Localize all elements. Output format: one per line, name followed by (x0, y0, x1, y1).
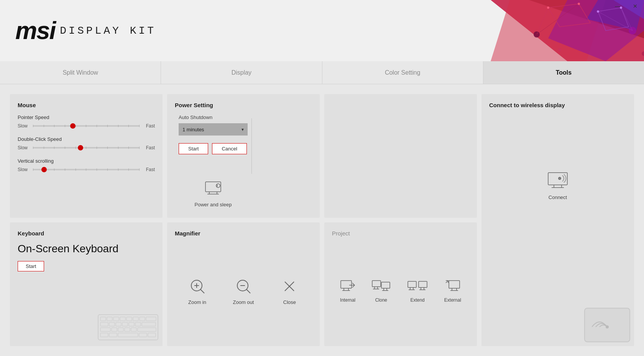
power-start-button[interactable]: Start (179, 143, 208, 154)
svg-rect-33 (107, 317, 112, 321)
svg-rect-36 (127, 317, 132, 321)
zoom-out-icon (234, 277, 253, 296)
svg-rect-45 (135, 322, 141, 326)
svg-rect-81 (419, 281, 427, 287)
svg-point-24 (216, 184, 220, 188)
svg-rect-67 (341, 281, 352, 288)
mouse-card: Mouse Pointer Speed Slow Fast Double-Cli… (10, 94, 163, 218)
zoom-in-action[interactable]: Zoom in (188, 277, 207, 305)
power-right: Power and sleep (175, 178, 251, 223)
tab-color-setting[interactable]: Color Setting (322, 61, 483, 84)
internal-label: Internal (340, 297, 355, 303)
shutdown-dropdown[interactable]: 1 minutes 5 minutes 10 minutes 30 minute… (179, 123, 248, 136)
double-fast: Fast (143, 145, 155, 150)
wifi-signal-svg (592, 312, 623, 338)
scroll-ticks (33, 169, 140, 170)
double-click-track[interactable] (33, 147, 140, 149)
magnifier-actions: Zoom in Zoom out Close (175, 243, 312, 336)
svg-rect-41 (109, 322, 115, 326)
svg-point-11 (558, 48, 561, 51)
svg-rect-34 (113, 317, 119, 321)
svg-rect-20 (205, 182, 221, 192)
zoom-in-icon (188, 277, 207, 296)
svg-rect-39 (146, 317, 156, 321)
pointer-slow: Slow (18, 123, 29, 129)
tab-tools[interactable]: Tools (483, 61, 644, 84)
logo-text: DISPLAY KIT (60, 25, 156, 37)
svg-rect-52 (138, 328, 156, 332)
svg-rect-56 (139, 333, 147, 337)
zoom-out-label: Zoom out (233, 299, 254, 305)
pointer-speed-thumb[interactable] (70, 123, 76, 129)
tab-display[interactable]: Display (161, 61, 322, 84)
pointer-speed-group: Pointer Speed Slow Fast (18, 114, 155, 129)
svg-rect-38 (140, 317, 145, 321)
svg-rect-40 (100, 322, 108, 326)
deco-svg (376, 0, 644, 61)
logo-msi: msi (15, 18, 55, 43)
project-internal-action[interactable]: Internal (340, 280, 355, 303)
svg-rect-47 (100, 328, 110, 332)
zoom-out-action[interactable]: Zoom out (233, 277, 254, 305)
shutdown-dropdown-wrapper: 1 minutes 5 minutes 10 minutes 30 minute… (179, 123, 248, 136)
project-card: Project Internal (324, 222, 477, 346)
magnifier-close-action[interactable]: Close (280, 277, 299, 305)
extend-label: Extend (410, 297, 424, 303)
vertical-scroll-label: Vertical scrolling (18, 158, 155, 164)
double-click-label: Double-Click Speed (18, 136, 155, 142)
logo: msi DISPLAY KIT (15, 18, 156, 43)
close-button[interactable]: ✕ (626, 0, 644, 12)
pointer-speed-track[interactable] (33, 125, 140, 127)
vertical-scroll-row: Slow Fast (18, 167, 155, 172)
svg-rect-42 (116, 322, 121, 326)
internal-icon (340, 280, 355, 294)
svg-rect-80 (408, 281, 416, 287)
connect-label[interactable]: Connect (549, 194, 567, 200)
main-content: Mouse Pointer Speed Slow Fast Double-Cli… (0, 84, 644, 356)
zoom-in-label: Zoom in (188, 299, 206, 305)
project-actions: Internal Clone (332, 243, 469, 336)
svg-point-19 (597, 10, 599, 13)
wifi-tablet-deco (584, 308, 630, 342)
keyboard-decoration (97, 314, 159, 342)
keyboard-card: Keyboard On-Screen Keyboard Start (10, 222, 163, 346)
osk-title: On-Screen Keyboard (18, 243, 155, 255)
project-card-title: Project (332, 230, 469, 237)
power-sleep-icon (204, 178, 223, 197)
power-sleep-label: Power and sleep (195, 202, 232, 207)
minimize-button[interactable]: — (609, 0, 626, 12)
color-setting-card (324, 94, 477, 218)
svg-rect-32 (100, 317, 106, 321)
svg-rect-88 (449, 281, 460, 288)
magnifier-close-label: Close (283, 299, 296, 305)
double-slow: Slow (18, 145, 29, 150)
vertical-scroll-group: Vertical scrolling Slow Fast (18, 158, 155, 172)
tab-split-window[interactable]: Split Window (0, 61, 161, 84)
power-sleep-section: Power and sleep (179, 178, 248, 207)
double-click-thumb[interactable] (78, 145, 83, 150)
connect-section: Connect (489, 114, 626, 256)
scroll-fast: Fast (143, 167, 155, 172)
vertical-scroll-track[interactable] (33, 169, 140, 170)
svg-rect-49 (118, 328, 123, 332)
svg-rect-54 (109, 333, 117, 337)
svg-rect-46 (142, 322, 156, 326)
svg-point-30 (606, 325, 609, 328)
connect-card: Connect to wireless display Connect (481, 94, 634, 346)
project-extend-action[interactable]: Extend (407, 280, 428, 303)
pointer-speed-row: Slow Fast (18, 123, 155, 129)
project-external-action[interactable]: External (444, 280, 461, 303)
svg-rect-37 (133, 317, 138, 321)
vertical-scroll-thumb[interactable] (41, 167, 47, 172)
power-divider (251, 118, 252, 174)
svg-rect-51 (131, 328, 136, 332)
svg-rect-48 (112, 328, 117, 332)
pointer-speed-label: Pointer Speed (18, 114, 155, 120)
wireless-display-icon (546, 171, 569, 190)
clone-label: Clone (375, 297, 387, 303)
project-clone-action[interactable]: Clone (371, 280, 391, 303)
magnifier-card: Magnifier Zoom in Zoom out (167, 222, 320, 346)
svg-rect-57 (148, 333, 156, 337)
keyboard-start-button[interactable]: Start (18, 261, 44, 271)
power-cancel-button[interactable]: Cancel (212, 143, 246, 154)
